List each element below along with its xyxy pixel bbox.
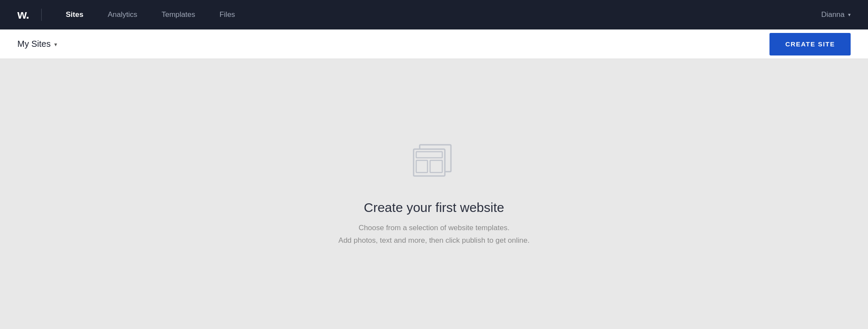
empty-state-desc-line1: Choose from a selection of website templ… [358,224,510,232]
nav-item-files[interactable]: Files [207,0,247,29]
my-sites-chevron: ▾ [54,41,57,48]
empty-state-description: Choose from a selection of website templ… [339,222,529,247]
create-site-button[interactable]: CREATE SITE [769,33,851,55]
empty-state-title: Create your first website [364,200,504,215]
nav-item-analytics[interactable]: Analytics [95,0,149,29]
empty-state: Create your first website Choose from a … [339,141,529,247]
nav-item-sites[interactable]: Sites [54,0,96,29]
navbar-divider [41,9,42,21]
navbar-nav: Sites Analytics Templates Files [54,0,822,29]
empty-state-desc-line2: Add photos, text and more, then click pu… [339,236,529,244]
my-sites-label: My Sites [17,39,51,49]
brand-logo[interactable]: w. [17,8,29,22]
nav-item-templates[interactable]: Templates [149,0,207,29]
website-icon [410,141,458,186]
svg-rect-1 [414,149,445,176]
user-menu[interactable]: Dianna ▾ [821,10,851,19]
user-menu-chevron: ▾ [848,12,851,18]
user-name: Dianna [821,10,845,19]
navbar: w. Sites Analytics Templates Files Diann… [0,0,868,29]
subheader: My Sites ▾ CREATE SITE [0,29,868,59]
my-sites-dropdown[interactable]: My Sites ▾ [17,39,57,49]
main-content: Create your first website Choose from a … [0,59,868,329]
